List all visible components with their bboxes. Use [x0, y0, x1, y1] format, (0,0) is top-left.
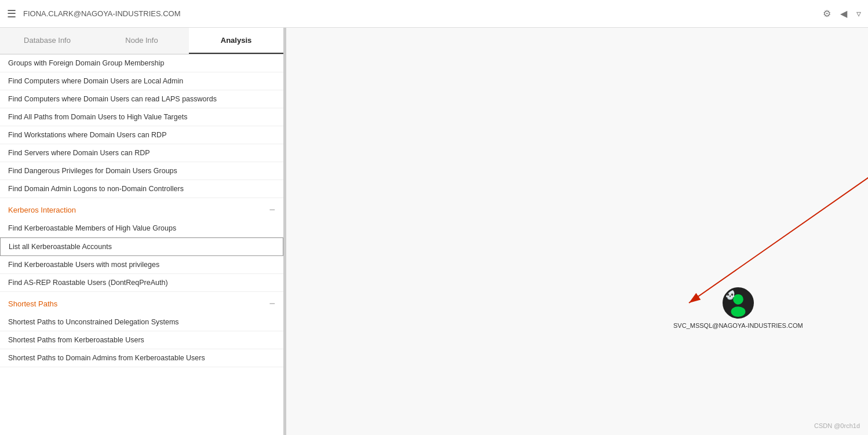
list-item-shortest-paths-kerberoastable[interactable]: Shortest Paths from Kerberoastable Users [0, 331, 283, 349]
list-item-find-domain-admin-logons[interactable]: Find Domain Admin Logons to non-Domain C… [0, 180, 283, 198]
tab-node-info[interactable]: Node Info [94, 28, 189, 54]
search-icon[interactable]: ⚙ [823, 8, 831, 19]
watermark: CSDN @0rch1d [814, 422, 860, 429]
list-item-find-asrep[interactable]: Find AS-REP Roastable Users (DontReqPreA… [0, 274, 283, 292]
list-item-find-kerberoastable-users[interactable]: Find Kerberoastable Users with most priv… [0, 256, 283, 274]
list-item-find-computers-local-admin[interactable]: Find Computers where Domain Users are Lo… [0, 72, 283, 90]
list-item-find-all-paths[interactable]: Find All Paths from Domain Users to High… [0, 108, 283, 126]
node-svc-mssql[interactable]: 💀 SVC_MSSQL@NAGOYA-INDUSTRIES.COM [673, 287, 803, 329]
shortest-paths-section-header: Shortest Paths − [0, 292, 283, 313]
tab-database-info[interactable]: Database Info [0, 28, 94, 54]
svg-point-7 [731, 306, 745, 317]
tab-bar: Database Info Node Info Analysis [0, 28, 283, 54]
list-item-list-kerberoastable-accounts[interactable]: List all Kerberoastable Accounts [0, 237, 283, 256]
topbar-title: FIONA.CLARK@NAGOYA-INDUSTRIES.COM [23, 9, 823, 18]
shortest-paths-section-title: Shortest Paths [8, 299, 57, 308]
kerberos-section-header: Kerberos Interaction − [0, 198, 283, 220]
list-item-find-kerberoastable-members[interactable]: Find Kerberoastable Members of High Valu… [0, 220, 283, 237]
back-icon[interactable]: ◀ [840, 8, 847, 19]
graph-edges [286, 28, 868, 435]
kerberos-collapse-icon[interactable]: − [269, 204, 275, 216]
list-item-find-servers-rdp[interactable]: Find Servers where Domain Users can RDP [0, 144, 283, 162]
graph-area: 💀 SVC_HELPDESK@NAGOYA-INDUSTRIES.COM 💀 [286, 28, 868, 435]
list-item-find-computers-laps[interactable]: Find Computers where Domain Users can re… [0, 90, 283, 108]
menu-icon[interactable]: ☰ [7, 8, 16, 20]
node-svc-mssql-label: SVC_MSSQL@NAGOYA-INDUSTRIES.COM [673, 322, 803, 329]
sidebar-content: Groups with Foreign Domain Group Members… [0, 54, 283, 435]
filter-icon[interactable]: ▿ [856, 8, 861, 19]
skull-icon-2: 💀 [724, 289, 736, 300]
shortest-paths-collapse-icon[interactable]: − [269, 298, 275, 310]
main-layout: Database Info Node Info Analysis Groups … [0, 28, 868, 435]
topbar-icons: ⚙ ◀ ▿ [823, 8, 861, 19]
list-item-shortest-paths-domain-admins[interactable]: Shortest Paths to Domain Admins from Ker… [0, 349, 283, 367]
list-item-groups-foreign[interactable]: Groups with Foreign Domain Group Members… [0, 54, 283, 72]
list-item-find-workstations-rdp[interactable]: Find Workstations where Domain Users can… [0, 126, 283, 144]
sidebar: Database Info Node Info Analysis Groups … [0, 28, 284, 435]
tab-analysis[interactable]: Analysis [189, 28, 283, 54]
topbar: ☰ FIONA.CLARK@NAGOYA-INDUSTRIES.COM ⚙ ◀ … [0, 0, 868, 28]
kerberos-section-title: Kerberos Interaction [8, 206, 76, 214]
svg-line-1 [689, 136, 868, 303]
list-item-find-dangerous-privileges[interactable]: Find Dangerous Privileges for Domain Use… [0, 162, 283, 180]
list-item-shortest-paths-unconstrained[interactable]: Shortest Paths to Unconstrained Delegati… [0, 313, 283, 331]
